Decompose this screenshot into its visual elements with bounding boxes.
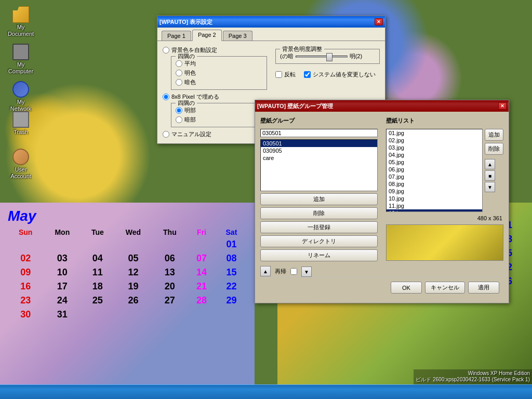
- meiroku-radio-item: 明色: [176, 69, 262, 77]
- wallpaper-down-button[interactable]: ▼: [485, 182, 495, 192]
- desktop-icon-trash[interactable]: Trash: [4, 109, 37, 138]
- list-item[interactable]: 030501: [261, 140, 377, 147]
- list-item[interactable]: 08.jpg: [387, 180, 482, 188]
- heikin-label: 平均: [184, 60, 196, 68]
- shikaku-group2: 四隅の 明部 暗部: [171, 103, 267, 127]
- table-row: 02 03 04 05 06 07 08: [8, 251, 247, 265]
- group-listbox[interactable]: 030501 030905 care: [260, 139, 378, 191]
- wallpaper-panel: 壁紙リスト 01.jpg 02.jpg 03.jpg 04.jpg 05.jpg…: [386, 117, 503, 277]
- list-item[interactable]: 02.jpg: [387, 137, 482, 144]
- list-item[interactable]: 03.jpg: [387, 144, 482, 151]
- wallpaper-action-buttons: 追加 削除 ▲ ■ ▼: [485, 129, 503, 212]
- cal-header-mon: Mon: [43, 227, 81, 237]
- meibu-radio-item: 明部: [176, 107, 262, 114]
- list-item[interactable]: 12.jpg: [387, 209, 482, 212]
- tab-page1[interactable]: Page 1: [162, 31, 191, 41]
- preview-size-label: 480 x 361: [386, 214, 503, 222]
- wallpaper-sort-buttons: ▲ ■ ▼: [485, 159, 503, 192]
- meibu-radio[interactable]: [176, 107, 182, 114]
- manual-radio[interactable]: [163, 131, 169, 138]
- rename-button[interactable]: リネーム: [260, 249, 378, 261]
- bulk-register-button[interactable]: 一括登録: [260, 221, 378, 233]
- shikaku-label2: 四隅の: [176, 99, 197, 107]
- brightness-slider-container: (の暗 明(2): [280, 52, 375, 60]
- list-item[interactable]: 05.jpg: [387, 158, 482, 166]
- list-item[interactable]: 10.jpg: [387, 195, 482, 202]
- cal-header-fri: Fri: [187, 227, 216, 237]
- desktop-icon-user-account[interactable]: User Account: [4, 147, 37, 182]
- wallpaper-stop-button[interactable]: ■: [485, 170, 495, 181]
- group-buttons: 追加 削除 一括登録 ディレクトリ リネーム: [260, 193, 378, 261]
- ankoku-radio-item: 暗色: [176, 78, 262, 86]
- directory-button[interactable]: ディレクトリ: [260, 235, 378, 247]
- cancel-button[interactable]: キャンセル: [425, 282, 465, 294]
- add-group-button[interactable]: 追加: [260, 193, 378, 205]
- my-computer-icon: [12, 44, 29, 60]
- desktop-icon-my-computer[interactable]: My Computer: [4, 42, 37, 77]
- wallpaper-listbox[interactable]: 01.jpg 02.jpg 03.jpg 04.jpg 05.jpg 06.jp…: [386, 129, 483, 212]
- heikin-radio[interactable]: [176, 60, 182, 67]
- brightness-thumb[interactable]: [326, 53, 332, 61]
- list-item[interactable]: 030905: [261, 147, 377, 154]
- table-row: 23 24 25 26 27 28 29: [8, 294, 247, 308]
- shikaku-group1: 四隅の 平均 明色 暗色: [171, 56, 267, 90]
- reverse-checkbox[interactable]: [275, 71, 282, 78]
- list-item[interactable]: 11.jpg: [387, 202, 482, 209]
- list-item[interactable]: 04.jpg: [387, 151, 482, 158]
- system-checkbox[interactable]: [304, 71, 311, 78]
- status-bar: Windows XP Home Edition ビルド 2600:xpsp203…: [414, 369, 532, 384]
- pixel-fill-radio[interactable]: [163, 94, 169, 100]
- del-wallpaper-button[interactable]: 削除: [485, 143, 503, 155]
- color-mode-radios: 平均 明色 暗色: [176, 60, 262, 86]
- meibu-label: 明部: [184, 107, 196, 114]
- ok-button[interactable]: OK: [391, 282, 422, 294]
- wpauto-group-close-button[interactable]: ✕: [498, 102, 507, 110]
- wpauto-main-title: [WPAUTO] 表示設定: [159, 18, 374, 26]
- list-item[interactable]: 06.jpg: [387, 166, 482, 173]
- new-group-input[interactable]: [260, 129, 378, 137]
- wallpaper-section-label: 壁紙リスト: [386, 117, 503, 125]
- wpauto-main-titlebar[interactable]: [WPAUTO] 表示設定 ✕: [157, 16, 385, 28]
- ankoku-radio[interactable]: [176, 79, 182, 86]
- wallpaper-up-button[interactable]: ▲: [485, 159, 495, 169]
- wpauto-main-close-button[interactable]: ✕: [375, 18, 383, 25]
- meiroku-radio[interactable]: [176, 70, 182, 76]
- table-row: 01: [8, 237, 247, 251]
- del-group-button[interactable]: 削除: [260, 207, 378, 219]
- wpauto-main-tabs: Page 1 Page 2 Page 3: [157, 28, 385, 41]
- anbu-radio[interactable]: [176, 116, 182, 123]
- recursive-label: 再帰: [275, 268, 286, 275]
- pixel-mode-radios: 明部 暗部: [176, 107, 262, 124]
- manual-radio-group: マニュアル設定: [163, 130, 267, 138]
- desktop-icon-my-document[interactable]: My Document: [4, 4, 37, 39]
- brightness-group: 背景色明度調整 (の暗 明(2): [275, 49, 380, 64]
- brightness-label: 背景色明度調整: [280, 45, 324, 53]
- heikin-radio-item: 平均: [176, 60, 262, 68]
- list-item[interactable]: care: [261, 154, 377, 162]
- list-item[interactable]: 09.jpg: [387, 188, 482, 195]
- anbu-label: 暗部: [184, 116, 196, 124]
- auto-bg-radio[interactable]: [163, 47, 169, 54]
- wpauto-group-title: [WPAUTO] 壁紙グループ管理: [257, 102, 497, 110]
- trash-icon: [12, 111, 29, 128]
- arrow-up-button[interactable]: ▲: [260, 266, 271, 276]
- dark-label: (の暗: [280, 52, 294, 60]
- apply-button[interactable]: 適用: [468, 282, 499, 294]
- tab-page3[interactable]: Page 3: [223, 31, 252, 41]
- wallpaper-preview: [386, 224, 503, 261]
- ankoku-label: 暗色: [184, 78, 196, 86]
- arrow-down-button[interactable]: ▼: [301, 267, 312, 277]
- calendar-month: May: [8, 208, 247, 224]
- meiroku-label: 明色: [184, 69, 196, 77]
- my-document-icon: [12, 6, 29, 23]
- desktop: My Document My Computer My Network Trash…: [0, 0, 532, 399]
- add-wallpaper-button[interactable]: 追加: [485, 129, 503, 141]
- my-network-icon: [12, 81, 29, 98]
- wpauto-group-titlebar[interactable]: [WPAUTO] 壁紙グループ管理 ✕: [255, 100, 509, 112]
- recursive-checkbox[interactable]: [290, 268, 297, 275]
- my-document-label: My Document: [6, 24, 35, 37]
- list-item[interactable]: 01.jpg: [387, 129, 482, 137]
- tab-page2[interactable]: Page 2: [192, 30, 222, 41]
- list-item[interactable]: 07.jpg: [387, 173, 482, 180]
- calendar-left: May Sun Mon Tue Wed Thu Fri Sat: [0, 203, 255, 384]
